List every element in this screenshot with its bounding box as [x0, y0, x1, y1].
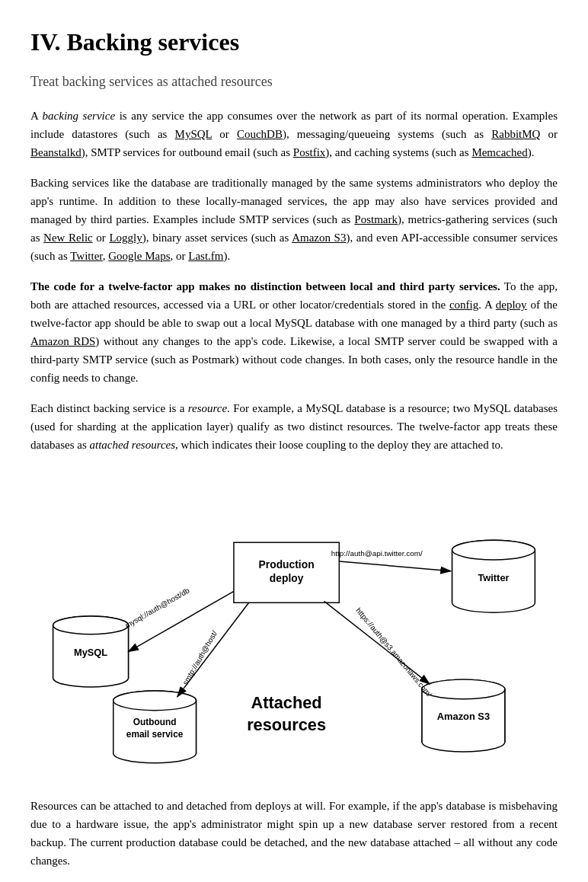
svg-text:Attached: Attached	[251, 693, 322, 712]
svg-point-34	[422, 679, 505, 699]
svg-text:Outbound: Outbound	[133, 717, 177, 727]
svg-text:smtp://auth@host/: smtp://auth@host/	[181, 629, 219, 686]
svg-text:Production: Production	[259, 558, 315, 570]
link-postfix[interactable]: Postfix	[293, 146, 326, 158]
link-mysql[interactable]: MySQL	[175, 128, 213, 140]
svg-text:MySQL: MySQL	[74, 647, 107, 658]
link-rabbitmq[interactable]: RabbitMQ	[491, 128, 540, 140]
diagram-container: Production deploy MySQL Outbound email s…	[30, 469, 558, 774]
link-amazonrds[interactable]: Amazon RDS	[30, 335, 95, 347]
svg-text:email service: email service	[126, 729, 184, 740]
paragraph-5: Resources can be attached to and detache…	[30, 797, 558, 870]
svg-text:Twitter: Twitter	[478, 572, 509, 583]
link-deploy[interactable]: deploy	[496, 299, 527, 311]
svg-text:Amazon S3: Amazon S3	[437, 710, 490, 721]
link-loggly[interactable]: Loggly	[109, 232, 142, 244]
link-newrelic[interactable]: New Relic	[43, 232, 93, 244]
link-config[interactable]: config	[449, 299, 478, 311]
svg-text:resources: resources	[247, 715, 326, 734]
svg-point-26	[452, 540, 535, 560]
link-lastfm[interactable]: Last.fm	[188, 250, 223, 262]
svg-line-41	[339, 561, 450, 571]
paragraph-2: Backing services like the database are t…	[30, 174, 558, 265]
svg-text:mysql://auth@host/db: mysql://auth@host/db	[123, 586, 191, 630]
paragraph-4: Each distinct backing service is a resou…	[30, 399, 558, 454]
svg-point-17	[113, 691, 197, 711]
link-beanstalkd[interactable]: Beanstalkd	[30, 146, 81, 158]
svg-text:https://auth@s3.amazonaws.com/: https://auth@s3.amazonaws.com/	[354, 606, 433, 698]
link-twitter[interactable]: Twitter	[70, 250, 103, 262]
svg-point-9	[53, 616, 129, 634]
paragraph-1: A backing service is any service the app…	[30, 107, 558, 161]
page-title: IV. Backing services	[30, 23, 558, 62]
link-memcached[interactable]: Memcached	[471, 146, 527, 158]
link-postmark[interactable]: Postmark	[354, 213, 398, 225]
link-couchdb[interactable]: CouchDB	[237, 128, 283, 140]
svg-text:http://auth@api.twitter.com/: http://auth@api.twitter.com/	[331, 549, 423, 558]
page-subtitle: Treat backing services as attached resou…	[30, 71, 558, 93]
link-amazons3[interactable]: Amazon S3	[292, 232, 346, 244]
paragraph-3: The code for a twelve-factor app makes n…	[30, 277, 558, 387]
link-googlemaps[interactable]: Google Maps	[108, 250, 170, 262]
svg-text:deploy: deploy	[270, 572, 304, 584]
